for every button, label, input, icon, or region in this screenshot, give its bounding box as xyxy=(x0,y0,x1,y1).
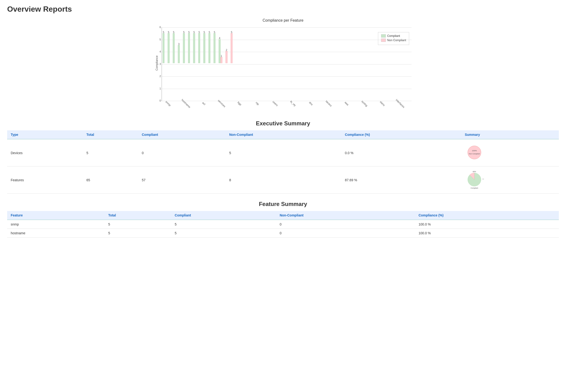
feature-summary-title: Feature Summary xyxy=(7,201,559,207)
y-axis-label: Compliance xyxy=(155,56,159,70)
exec-pie-cell: 100% Non Compliant xyxy=(461,139,559,167)
exec-table-row: Devices5050.0 % 100% Non Compliant xyxy=(7,139,559,167)
feature-summary-table: Feature Total Compliant Non-Compliant Co… xyxy=(7,211,559,238)
svg-text:88%: 88% xyxy=(473,171,476,172)
exec-header-type: Type xyxy=(7,130,83,139)
feat-cell: 0 xyxy=(276,220,415,229)
svg-rect-24 xyxy=(220,57,222,63)
y-gridline: 3 xyxy=(162,64,411,64)
feat-header-feature: Feature xyxy=(7,211,105,220)
exec-cell: 5 xyxy=(226,139,341,167)
svg-rect-28 xyxy=(231,33,232,63)
svg-text:5: 5 xyxy=(199,31,200,34)
svg-text:5: 5 xyxy=(214,31,215,34)
feat-table-row: snmp550100.0 % xyxy=(7,220,559,229)
svg-text:5: 5 xyxy=(203,31,205,34)
y-gridline: 2 xyxy=(162,76,411,77)
feat-table-row: hostname550100.0 % xyxy=(7,229,559,238)
svg-text:5: 5 xyxy=(209,31,210,34)
svg-text:4: 4 xyxy=(219,37,220,40)
exec-cell: 0 xyxy=(138,139,226,167)
exec-header-total: Total xyxy=(83,130,138,139)
svg-text:5: 5 xyxy=(231,31,232,34)
exec-cell: 8 xyxy=(226,167,341,194)
feat-header-compliance-pct: Compliance (%) xyxy=(415,211,559,220)
svg-text:1: 1 xyxy=(221,55,222,57)
svg-text:Compliant: Compliant xyxy=(471,187,478,189)
svg-rect-0 xyxy=(162,33,164,63)
exec-cell: 65 xyxy=(83,167,138,194)
chart-area: 0123456 555355555554125 xyxy=(162,27,411,101)
feat-header-compliant: Compliant xyxy=(171,211,276,220)
page-title: Overview Reports xyxy=(7,5,559,14)
svg-rect-20 xyxy=(214,33,216,63)
svg-text:5: 5 xyxy=(188,31,190,34)
svg-rect-12 xyxy=(193,33,195,63)
exec-header-summary: Summary xyxy=(461,130,559,139)
exec-pie-cell: 88% Compliant 12% xyxy=(461,167,559,194)
svg-rect-26 xyxy=(226,51,228,63)
svg-text:12%: 12% xyxy=(482,178,484,180)
svg-rect-2 xyxy=(168,33,170,63)
svg-text:Non Compliant: Non Compliant xyxy=(469,153,480,155)
feat-cell: 100.0 % xyxy=(415,229,559,238)
exec-cell: Devices xyxy=(7,139,83,167)
svg-rect-6 xyxy=(178,45,180,63)
feat-header-non-compliant: Non-Compliant xyxy=(276,211,415,220)
feat-header-total: Total xyxy=(105,211,171,220)
svg-text:5: 5 xyxy=(183,31,185,34)
svg-text:100%: 100% xyxy=(472,150,477,152)
exec-table-row: Features6557887.69 % 88% Compliant 12% xyxy=(7,167,559,194)
executive-summary-title: Executive Summary xyxy=(7,120,559,127)
compliance-chart-wrapper: Compliance per Feature Compliant Non Com… xyxy=(152,18,414,115)
svg-rect-18 xyxy=(208,33,210,63)
feat-cell: 5 xyxy=(171,229,276,238)
feat-cell: 5 xyxy=(171,220,276,229)
feat-cell: 100.0 % xyxy=(415,220,559,229)
svg-text:3: 3 xyxy=(178,42,179,45)
exec-header-compliant: Compliant xyxy=(138,130,226,139)
exec-header-compliance-pct: Compliance (%) xyxy=(341,130,461,139)
svg-rect-14 xyxy=(198,33,200,63)
svg-point-30 xyxy=(468,146,481,159)
svg-rect-8 xyxy=(183,33,185,63)
svg-text:5: 5 xyxy=(173,31,174,34)
exec-header-non-compliant: Non-Compliant xyxy=(226,130,341,139)
svg-rect-10 xyxy=(188,33,190,63)
exec-cell: Features xyxy=(7,167,83,194)
svg-rect-4 xyxy=(173,33,175,63)
svg-text:5: 5 xyxy=(163,31,164,34)
exec-cell: 57 xyxy=(138,167,226,194)
svg-text:2: 2 xyxy=(226,49,227,51)
executive-summary-table: Type Total Compliant Non-Compliant Compl… xyxy=(7,130,559,194)
feat-cell: snmp xyxy=(7,220,105,229)
chart-title: Compliance per Feature xyxy=(152,18,414,23)
svg-rect-22 xyxy=(219,39,221,63)
svg-rect-16 xyxy=(203,33,205,63)
x-labels: snmphostnameaclservicesbgpntpusersle_vty… xyxy=(162,101,411,115)
feat-cell: hostname xyxy=(7,229,105,238)
bars-svg: 555355555554125 xyxy=(162,27,233,63)
feat-cell: 5 xyxy=(105,220,171,229)
exec-cell: 87.69 % xyxy=(341,167,461,194)
feat-cell: 0 xyxy=(276,229,415,238)
feat-cell: 5 xyxy=(105,229,171,238)
y-gridline: 1 xyxy=(162,89,411,89)
exec-cell: 0.0 % xyxy=(341,139,461,167)
svg-text:5: 5 xyxy=(168,31,169,34)
exec-cell: 5 xyxy=(83,139,138,167)
svg-text:5: 5 xyxy=(193,31,195,34)
